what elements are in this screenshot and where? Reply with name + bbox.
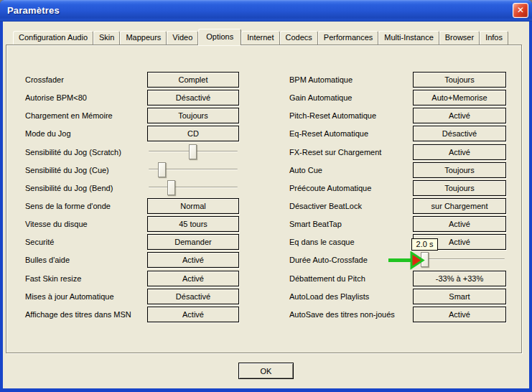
- autoload-playlists-button[interactable]: Smart: [413, 289, 506, 304]
- settings-row: Eq dans le casque Activé: [3, 234, 529, 250]
- dialog-body: Configuration Audio Skin Mappeurs Video …: [3, 22, 529, 388]
- eq-reset-label: Eq-Reset Automatique: [289, 126, 368, 141]
- tab-multi-instance[interactable]: Multi-Instance: [378, 31, 439, 45]
- debattement-pitch-button[interactable]: -33% à +33%: [413, 271, 506, 286]
- duree-auto-crossfade-slider[interactable]: [413, 252, 506, 268]
- settings-row: Pitch-Reset Automatique Activé: [3, 108, 529, 123]
- settings-row: Smart BeatTap Activé: [3, 216, 529, 232]
- pitch-reset-button[interactable]: Activé: [413, 108, 506, 123]
- tab-skin[interactable]: Skin: [93, 31, 120, 45]
- tab-performances[interactable]: Performances: [318, 31, 378, 45]
- settings-row: Gain Automatique Auto+Memorise: [3, 90, 529, 106]
- settings-row: Débattement du Pitch -33% à +33%: [3, 271, 529, 286]
- settings-row: AutoLoad des Playlists Smart: [3, 289, 529, 304]
- settings-row: BPM Automatique Toujours: [3, 72, 529, 88]
- settings-row: Auto Cue Toujours: [3, 162, 529, 178]
- gain-automatique-button[interactable]: Auto+Memorise: [413, 90, 506, 106]
- settings-row: Durée Auto-Crossfade: [3, 252, 529, 268]
- bpm-automatique-label: BPM Automatique: [289, 72, 353, 88]
- bpm-automatique-button[interactable]: Toujours: [413, 72, 506, 88]
- tab-configuration-audio[interactable]: Configuration Audio: [13, 31, 93, 45]
- eq-reset-button[interactable]: Désactivé: [413, 126, 506, 141]
- green-arrow-annotation-icon: [388, 251, 425, 270]
- smart-beattap-label: Smart BeatTap: [289, 216, 342, 232]
- tab-browser[interactable]: Browser: [439, 31, 480, 45]
- autoload-playlists-label: AutoLoad des Playlists: [289, 289, 369, 304]
- close-icon: ✕: [517, 5, 524, 15]
- auto-cue-label: Auto Cue: [289, 162, 322, 178]
- autosave-titres-button[interactable]: Activé: [413, 307, 506, 322]
- duree-auto-crossfade-label: Durée Auto-Crossfade: [289, 252, 368, 268]
- window-title: Paramètres: [7, 0, 60, 21]
- autosave-titres-label: AutoSave des titres non-joués: [289, 307, 395, 322]
- gain-automatique-label: Gain Automatique: [289, 90, 352, 106]
- settings-row: Préécoute Automatique Toujours: [3, 180, 529, 196]
- ok-button[interactable]: OK: [238, 363, 294, 379]
- titlebar[interactable]: Paramètres ✕: [0, 0, 532, 22]
- eq-casque-label: Eq dans le casque: [289, 234, 355, 250]
- close-button[interactable]: ✕: [513, 3, 528, 18]
- tab-infos[interactable]: Infos: [480, 31, 508, 45]
- tab-internet[interactable]: Internet: [241, 31, 279, 45]
- desactiver-beatlock-button[interactable]: sur Chargement: [413, 198, 506, 214]
- tab-codecs[interactable]: Codecs: [280, 31, 318, 45]
- tab-bar: Configuration Audio Skin Mappeurs Video …: [13, 29, 508, 45]
- fx-reset-label: FX-Reset sur Chargement: [289, 144, 381, 160]
- tab-options[interactable]: Options: [198, 29, 241, 45]
- settings-row: FX-Reset sur Chargement Activé: [3, 144, 529, 160]
- preecoute-button[interactable]: Toujours: [413, 180, 506, 196]
- preecoute-label: Préécoute Automatique: [289, 180, 371, 196]
- fx-reset-button[interactable]: Activé: [413, 144, 506, 160]
- tab-mappeurs[interactable]: Mappeurs: [120, 31, 167, 45]
- pitch-reset-label: Pitch-Reset Automatique: [289, 108, 376, 123]
- crossfade-duration-tooltip: 2.0 s: [411, 238, 438, 251]
- debattement-pitch-label: Débattement du Pitch: [289, 271, 365, 286]
- settings-row: AutoSave des titres non-joués Activé: [3, 307, 529, 322]
- settings-row: Eq-Reset Automatique Désactivé: [3, 126, 529, 141]
- smart-beattap-button[interactable]: Activé: [413, 216, 506, 232]
- tab-video[interactable]: Video: [167, 31, 198, 45]
- settings-row: Désactiver BeatLock sur Chargement: [3, 198, 529, 214]
- settings-window: Paramètres ✕ Configuration Audio Skin Ma…: [0, 0, 532, 392]
- desactiver-beatlock-label: Désactiver BeatLock: [289, 198, 362, 214]
- auto-cue-button[interactable]: Toujours: [413, 162, 506, 178]
